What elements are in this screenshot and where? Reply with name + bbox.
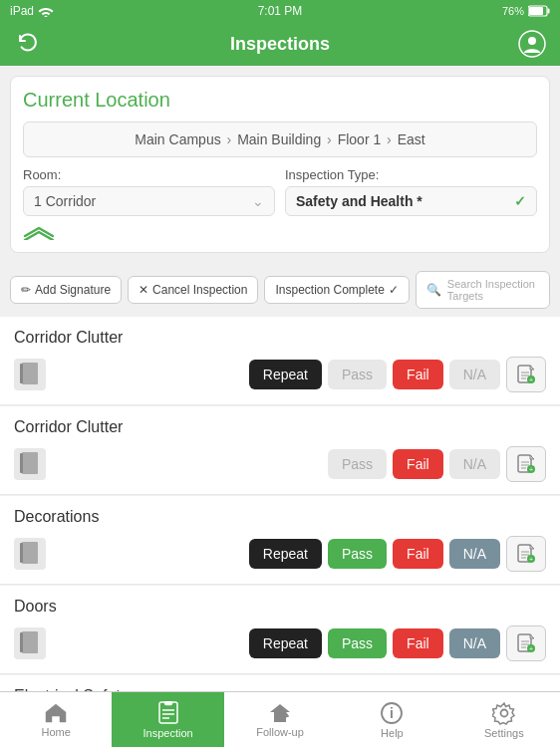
pass-button[interactable]: Pass xyxy=(328,539,387,569)
inspection-item: Corridor Clutter Pass Fail N/A xyxy=(0,406,560,495)
breadcrumb-part-4: East xyxy=(398,131,425,147)
inspection-item: Corridor Clutter Repeat Pass Fail N/A xyxy=(0,317,560,405)
svg-rect-3 xyxy=(548,9,550,14)
book-icon xyxy=(20,363,40,386)
home-icon xyxy=(44,702,68,724)
inspection-list: Corridor Clutter Repeat Pass Fail N/A xyxy=(0,317,560,727)
tab-help[interactable]: i Help xyxy=(336,692,447,747)
svg-rect-7 xyxy=(20,364,23,383)
room-inspection-row: Room: 1 Corridor ⌄ Inspection Type: Safe… xyxy=(23,167,537,216)
tab-followup[interactable]: Follow-up xyxy=(224,692,336,747)
fail-button[interactable]: Fail xyxy=(393,360,443,389)
fail-button[interactable]: Fail xyxy=(393,628,443,658)
fail-button[interactable]: Fail xyxy=(393,539,443,569)
tab-inspection[interactable]: Inspection xyxy=(112,692,223,747)
collapse-icon xyxy=(23,224,55,240)
item-icon xyxy=(14,538,46,570)
search-icon: 🔍 xyxy=(426,283,441,297)
svg-rect-14 xyxy=(22,452,38,474)
complete-icon: ✓ xyxy=(389,283,399,297)
room-value: 1 Corridor xyxy=(34,193,96,209)
item-row: Pass Fail N/A + xyxy=(14,446,546,482)
inspection-type-label: Inspection Type: xyxy=(285,167,537,182)
room-field-group: Room: 1 Corridor ⌄ xyxy=(23,167,275,216)
doc-button[interactable]: + xyxy=(506,357,546,392)
btn-group: Repeat Pass Fail N/A + xyxy=(249,536,546,572)
na-button[interactable]: N/A xyxy=(449,360,500,389)
item-title: Doors xyxy=(14,598,546,616)
search-placeholder: Search Inspection Targets xyxy=(447,278,539,302)
repeat-button[interactable]: Repeat xyxy=(249,539,322,569)
item-title: Corridor Clutter xyxy=(14,329,546,347)
pass-button[interactable]: Pass xyxy=(328,449,387,479)
doc-icon: + xyxy=(517,454,535,474)
home-svg xyxy=(44,702,68,724)
ipad-label: iPad xyxy=(10,4,34,18)
doc-button[interactable]: + xyxy=(506,446,546,482)
tab-home[interactable]: Home xyxy=(0,692,112,747)
add-signature-button[interactable]: ✏ Add Signature xyxy=(10,276,122,304)
item-row: Repeat Pass Fail N/A + xyxy=(14,625,546,661)
fail-button[interactable]: Fail xyxy=(393,449,443,479)
cancel-inspection-button[interactable]: ✕ Cancel Inspection xyxy=(128,276,258,304)
item-icon xyxy=(14,359,46,390)
pass-button[interactable]: Pass xyxy=(328,360,387,389)
item-title: Corridor Clutter xyxy=(14,418,546,436)
svg-rect-31 xyxy=(20,632,23,652)
room-label: Room: xyxy=(23,167,275,182)
inspection-type-check-icon: ✓ xyxy=(514,193,526,209)
inspection-type-field-group: Inspection Type: Safety and Health * ✓ xyxy=(285,167,537,216)
tab-home-label: Home xyxy=(42,726,71,738)
location-card: Current Location Main Campus › Main Buil… xyxy=(10,76,550,253)
doc-icon: + xyxy=(517,633,535,653)
svg-rect-30 xyxy=(22,631,38,653)
na-button[interactable]: N/A xyxy=(449,628,500,658)
tab-settings-label: Settings xyxy=(484,727,524,739)
btn-group: Pass Fail N/A + xyxy=(328,446,546,482)
status-bar-time: 7:01 PM xyxy=(258,4,303,18)
doc-button[interactable]: + xyxy=(506,625,546,661)
inspection-item: Doors Repeat Pass Fail N/A xyxy=(0,586,560,674)
item-icon xyxy=(14,627,46,659)
followup-svg xyxy=(268,702,292,724)
tab-bar: Home Inspection Follow-up xyxy=(0,691,560,747)
tab-followup-label: Follow-up xyxy=(256,726,304,738)
user-icon xyxy=(518,30,546,58)
refresh-button[interactable] xyxy=(12,28,44,60)
item-row: Repeat Pass Fail N/A + xyxy=(14,357,546,392)
status-bar-left: iPad xyxy=(10,4,54,18)
doc-button[interactable]: + xyxy=(506,536,546,572)
help-icon: i xyxy=(380,701,404,725)
inspection-type-value: Safety and Health * xyxy=(296,193,422,209)
inspection-complete-button[interactable]: Inspection Complete ✓ xyxy=(264,276,409,304)
refresh-icon xyxy=(16,32,40,56)
svg-rect-23 xyxy=(20,543,23,563)
tab-inspection-label: Inspection xyxy=(143,727,193,739)
battery-percent: 76% xyxy=(502,5,524,17)
book-icon xyxy=(20,631,40,655)
search-targets-input[interactable]: 🔍 Search Inspection Targets xyxy=(416,271,550,309)
doc-icon: + xyxy=(517,365,535,384)
collapse-button[interactable] xyxy=(23,224,537,240)
pass-button[interactable]: Pass xyxy=(328,628,387,658)
add-signature-label: Add Signature xyxy=(35,283,111,297)
na-button[interactable]: N/A xyxy=(449,449,500,479)
book-icon xyxy=(20,542,40,566)
item-row: Repeat Pass Fail N/A + xyxy=(14,536,546,572)
inspection-type-select[interactable]: Safety and Health * ✓ xyxy=(285,186,537,216)
doc-icon: + xyxy=(517,544,535,564)
battery-icon xyxy=(528,5,550,17)
room-chevron-icon: ⌄ xyxy=(252,193,264,209)
btn-group: Repeat Pass Fail N/A + xyxy=(249,357,546,392)
repeat-button[interactable]: Repeat xyxy=(249,628,322,658)
tab-settings[interactable]: Settings xyxy=(448,692,560,747)
breadcrumb: Main Campus › Main Building › Floor 1 › … xyxy=(135,131,424,147)
cancel-inspection-label: Cancel Inspection xyxy=(152,283,247,297)
user-button[interactable] xyxy=(516,28,548,60)
nav-title: Inspections xyxy=(230,34,330,55)
na-button[interactable]: N/A xyxy=(449,539,500,569)
svg-rect-2 xyxy=(529,7,543,15)
room-select[interactable]: 1 Corridor ⌄ xyxy=(23,186,275,216)
repeat-button[interactable]: Repeat xyxy=(249,360,322,389)
svg-text:i: i xyxy=(390,705,394,721)
